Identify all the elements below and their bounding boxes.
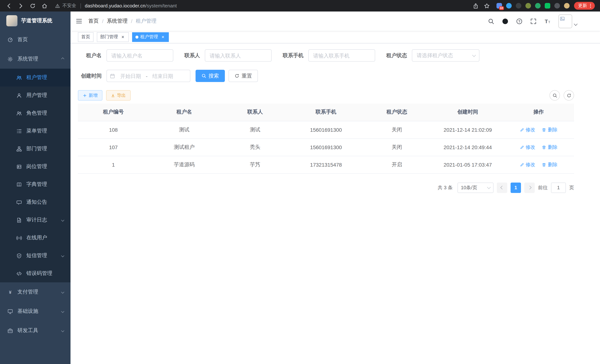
next-page-button[interactable]: [524, 182, 535, 193]
close-icon[interactable]: ×: [160, 34, 166, 39]
browser-forward-button[interactable]: [16, 1, 26, 11]
chevron-down-icon[interactable]: [574, 22, 578, 26]
tab-home[interactable]: 首页: [78, 32, 94, 42]
extension-icon[interactable]: [564, 3, 570, 9]
system-submenu: 租户管理 用户管理 角色管理 菜单管理 部门管理 岗位管理 字典管理 通知公告 …: [0, 69, 71, 282]
contact-cell: 测试: [220, 121, 291, 138]
sidebar: 芋道管理系统 首页 系统管理 租户管理 用户管理 角色管理 菜单管理 部门管理 …: [0, 11, 71, 364]
reset-button[interactable]: 重置: [229, 70, 258, 82]
tab-dept[interactable]: 部门管理×: [97, 32, 129, 42]
github-icon[interactable]: [502, 18, 508, 24]
goto-page-input[interactable]: [551, 182, 566, 193]
tenant-table: 租户编号 租户名 联系人 联系手机 租户状态 创建时间 操作 108 测试: [78, 103, 574, 173]
sidebar-item-payment[interactable]: 支付管理: [0, 282, 71, 302]
extension-icon[interactable]: 10: [497, 3, 502, 9]
table-row: 1 芋道源码 芋艿 17321315478 开启 2021-01-05 17:0…: [78, 156, 574, 173]
share-icon[interactable]: [473, 3, 479, 9]
trash-icon: [542, 145, 546, 149]
extension-icon[interactable]: [535, 3, 541, 9]
tab-tenant[interactable]: 租户管理×: [132, 32, 169, 42]
update-button[interactable]: 更新: [574, 2, 595, 10]
help-icon[interactable]: [516, 18, 523, 24]
sidebar-item-notice[interactable]: 通知公告: [0, 193, 71, 211]
page-size-select[interactable]: 10条/页: [458, 182, 494, 193]
extension-icon[interactable]: [525, 3, 531, 9]
browser-toolbar: 不安全 dashboard.yudao.iocoder.cn/system/te…: [0, 0, 600, 11]
prev-page-button[interactable]: [497, 182, 507, 193]
search-button[interactable]: 搜索: [196, 70, 225, 82]
fullscreen-icon[interactable]: [530, 18, 536, 24]
chevron-right-icon: [528, 186, 531, 189]
table-toolbar: 新增 导出: [78, 90, 574, 101]
avatar[interactable]: [558, 14, 572, 28]
sidebar-item-tenant[interactable]: 租户管理: [0, 69, 71, 86]
sidebar-item-user[interactable]: 用户管理: [0, 86, 71, 104]
edit-link[interactable]: 修改: [520, 126, 535, 133]
end-date-input[interactable]: [149, 73, 177, 79]
close-icon[interactable]: ×: [120, 34, 125, 39]
tenant-name-input[interactable]: [106, 49, 173, 62]
bookmark-star-icon[interactable]: [484, 3, 490, 9]
phone-input[interactable]: [308, 49, 375, 62]
pagination-total: 共 3 条: [438, 184, 453, 191]
extension-icon[interactable]: [545, 3, 550, 9]
search-icon: [201, 74, 206, 78]
tags-view-bar: 首页 部门管理× 租户管理×: [71, 31, 600, 43]
browser-home-button[interactable]: [39, 1, 49, 11]
phone-cell: 15601691300: [291, 138, 361, 156]
trash-icon: [542, 127, 546, 132]
sidebar-item-infra[interactable]: 基础设施: [0, 302, 71, 321]
delete-link[interactable]: 删除: [542, 126, 558, 133]
extension-icon[interactable]: [516, 3, 521, 9]
sidebar-item-role[interactable]: 角色管理: [0, 104, 71, 122]
sidebar-item-system[interactable]: 系统管理: [0, 49, 71, 69]
export-button[interactable]: 导出: [106, 90, 131, 101]
sidebar-item-error-code[interactable]: 错误码管理: [0, 265, 71, 282]
extension-icon[interactable]: [554, 3, 560, 9]
browser-window: 不安全 dashboard.yudao.iocoder.cn/system/te…: [0, 0, 600, 364]
refresh-table-button[interactable]: [564, 90, 574, 101]
contact-cell: 秃头: [220, 138, 291, 156]
table-row: 107 测试租户 秃头 15601691300 关闭 2021-12-14 20…: [78, 138, 574, 156]
browser-reload-button[interactable]: [28, 1, 38, 11]
toggle-search-button[interactable]: [550, 90, 560, 101]
tenant-status-select[interactable]: 请选择租户状态: [412, 49, 479, 62]
browser-back-button[interactable]: [4, 1, 14, 11]
sidebar-logo[interactable]: 芋道管理系统: [0, 11, 71, 30]
actions-cell: 修改 删除: [503, 121, 574, 138]
chevron-down-icon: [61, 254, 64, 257]
delete-link[interactable]: 删除: [542, 161, 558, 168]
breadcrumb-system[interactable]: 系统管理: [107, 18, 128, 25]
start-date-input[interactable]: [117, 73, 144, 79]
sidebar-item-home[interactable]: 首页: [0, 30, 71, 49]
contact-input[interactable]: [205, 49, 272, 62]
font-size-icon[interactable]: [544, 18, 551, 24]
chat-icon: [16, 199, 22, 205]
calendar-icon: [110, 73, 115, 78]
sidebar-item-dept[interactable]: 部门管理: [0, 140, 71, 158]
created-cell: 2021-01-05 17:03:47: [432, 156, 503, 173]
sidebar-item-sms[interactable]: 短信管理: [0, 247, 71, 265]
user-menu[interactable]: [558, 14, 577, 28]
sidebar-item-post[interactable]: 岗位管理: [0, 158, 71, 176]
sidebar-item-menu[interactable]: 菜单管理: [0, 122, 71, 140]
breadcrumb-home[interactable]: 首页: [88, 18, 99, 25]
sidebar-item-dev-tools[interactable]: 研发工具: [0, 321, 71, 340]
search-icon[interactable]: [488, 18, 494, 24]
add-button[interactable]: 新增: [78, 90, 103, 101]
breadcrumb-separator: /: [102, 18, 103, 24]
extension-icon[interactable]: [506, 3, 512, 9]
edit-link[interactable]: 修改: [520, 144, 535, 150]
navbar-right: [488, 14, 577, 28]
sidebar-collapse-icon[interactable]: [76, 18, 82, 25]
current-page-button[interactable]: 1: [511, 182, 521, 193]
home-icon: [41, 3, 47, 9]
edit-link[interactable]: 修改: [520, 161, 535, 168]
sidebar-item-dict[interactable]: 字典管理: [0, 176, 71, 193]
sidebar-item-audit-log[interactable]: 审计日志: [0, 211, 71, 229]
address-bar[interactable]: 不安全 dashboard.yudao.iocoder.cn/system/te…: [55, 3, 177, 9]
sidebar-item-online-users[interactable]: 在线用户: [0, 229, 71, 247]
delete-link[interactable]: 删除: [542, 144, 558, 150]
kebab-menu-icon[interactable]: [588, 3, 593, 8]
create-time-range-picker[interactable]: -: [106, 70, 190, 82]
